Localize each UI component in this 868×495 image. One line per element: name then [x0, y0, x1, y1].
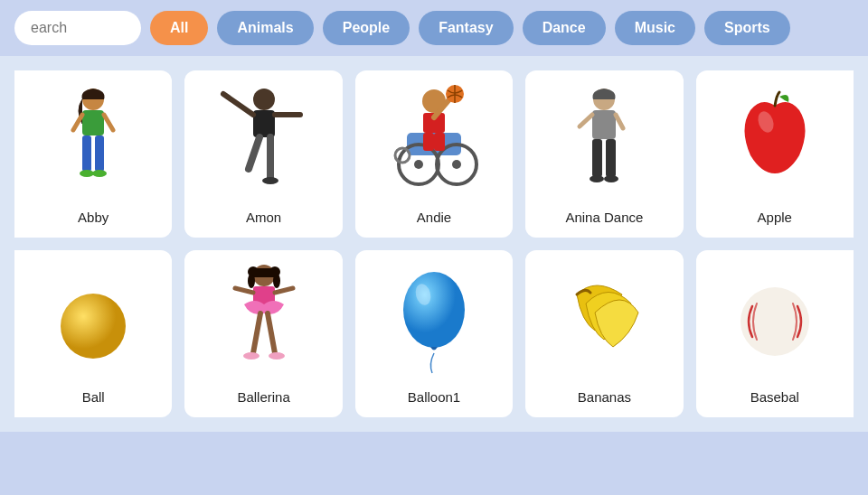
card-abby[interactable]: Abby: [14, 70, 172, 238]
card-baseball-image: [705, 261, 844, 382]
svg-line-48: [268, 313, 275, 353]
card-ball[interactable]: Ball: [14, 250, 172, 417]
svg-rect-1: [82, 110, 104, 135]
svg-rect-32: [592, 139, 602, 177]
svg-point-50: [269, 352, 285, 360]
svg-line-31: [616, 115, 623, 128]
svg-point-22: [414, 160, 423, 169]
card-andie-image: [364, 81, 504, 202]
card-ballerina-image: [193, 261, 333, 382]
filter-all[interactable]: All: [150, 11, 208, 45]
svg-rect-9: [253, 110, 275, 137]
svg-point-51: [403, 272, 465, 348]
svg-rect-27: [434, 133, 445, 151]
filter-sports[interactable]: Sports: [704, 11, 790, 45]
svg-line-46: [275, 288, 293, 293]
card-balloon1[interactable]: Balloon1: [355, 250, 513, 417]
svg-rect-26: [423, 133, 434, 151]
card-anina-dance-label: Anina Dance: [565, 210, 643, 225]
svg-point-43: [273, 274, 280, 288]
filter-dance[interactable]: Dance: [523, 11, 606, 45]
svg-rect-33: [606, 139, 616, 177]
card-balloon1-label: Balloon1: [408, 389, 460, 405]
svg-point-49: [243, 352, 259, 360]
svg-line-2: [73, 115, 82, 130]
card-anina-dance[interactable]: Anina Dance: [525, 70, 683, 238]
svg-line-12: [249, 137, 259, 169]
card-anina-dance-image: [534, 81, 674, 202]
svg-line-30: [580, 115, 592, 126]
svg-point-8: [253, 89, 275, 110]
card-abby-image: [24, 81, 163, 202]
svg-point-35: [604, 175, 618, 182]
card-baseball[interactable]: Basebal: [696, 250, 854, 417]
card-ball-label: Ball: [82, 389, 105, 405]
card-baseball-label: Basebal: [750, 389, 799, 405]
filter-people[interactable]: People: [323, 11, 410, 45]
card-balloon1-image: [364, 261, 504, 382]
svg-line-3: [104, 115, 113, 130]
card-bananas-image: [534, 261, 674, 382]
character-grid: Abby Amon: [0, 56, 868, 432]
svg-rect-41: [250, 268, 278, 277]
svg-point-34: [590, 175, 604, 182]
card-bananas-label: Bananas: [578, 389, 631, 405]
filter-animals[interactable]: Animals: [217, 11, 313, 45]
svg-point-14: [262, 177, 278, 184]
card-andie[interactable]: Andie: [355, 70, 513, 238]
svg-point-37: [61, 294, 126, 359]
svg-rect-29: [592, 110, 616, 139]
card-abby-label: Abby: [78, 210, 108, 225]
svg-point-24: [452, 160, 461, 169]
filter-music[interactable]: Music: [615, 11, 695, 45]
filter-bar: All Animals People Fantasy Dance Music S…: [0, 0, 868, 56]
svg-line-47: [253, 313, 260, 353]
card-amon-image: [193, 81, 333, 202]
card-apple[interactable]: Apple: [696, 70, 854, 238]
card-ballerina-label: Ballerina: [237, 389, 289, 405]
svg-point-42: [248, 274, 255, 288]
svg-point-53: [741, 287, 809, 356]
card-amon[interactable]: Amon: [184, 70, 342, 238]
svg-rect-4: [82, 135, 91, 172]
filter-fantasy[interactable]: Fantasy: [419, 11, 513, 45]
svg-line-45: [235, 288, 253, 293]
card-apple-image: [705, 81, 844, 202]
svg-rect-5: [95, 135, 104, 172]
card-apple-label: Apple: [758, 210, 792, 225]
card-ball-image: [24, 261, 163, 382]
card-bananas[interactable]: Bananas: [525, 250, 683, 417]
card-andie-label: Andie: [417, 210, 451, 225]
search-input[interactable]: [14, 11, 141, 45]
svg-point-7: [92, 170, 107, 177]
svg-point-6: [80, 170, 94, 177]
card-amon-label: Amon: [246, 210, 281, 225]
svg-line-10: [223, 94, 253, 115]
card-ballerina[interactable]: Ballerina: [184, 250, 342, 417]
